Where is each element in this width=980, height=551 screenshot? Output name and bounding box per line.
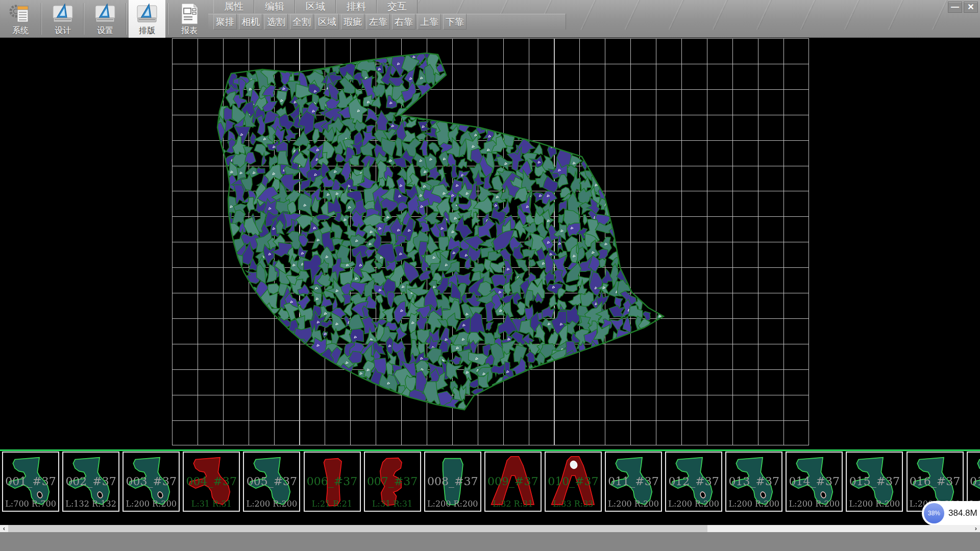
piece-id-label: 012_#37: [666, 475, 721, 488]
piece-lr-count: L:21 R:21: [305, 499, 360, 509]
toolbar-button-4[interactable]: 全割: [290, 14, 313, 30]
minimize-button[interactable]: —: [948, 2, 962, 13]
tab-3[interactable]: 区域: [295, 0, 336, 13]
piece-thumbnail-002_#37[interactable]: 002_#37L:132 R:132: [62, 452, 119, 512]
toolbar-button-5[interactable]: 区域: [315, 14, 339, 30]
toolbar-separator: [41, 3, 42, 35]
piece-id-label: 007_#37: [365, 475, 420, 488]
toolbar-button-7[interactable]: 左靠: [366, 14, 390, 30]
piece-thumbnail-005_#37[interactable]: 005_#37L:200 R:200: [243, 452, 300, 512]
memory-value: 384.8M: [948, 501, 977, 525]
piece-id-label: 005_#37: [244, 475, 299, 488]
close-button[interactable]: ✕: [964, 2, 978, 13]
piece-lr-count: L:200 R:200: [425, 499, 480, 509]
piece-id-label: 017_#37: [968, 475, 980, 488]
toolbar-button-8[interactable]: 右靠: [392, 14, 415, 30]
layout-icon: [135, 2, 159, 26]
toolbar-button-2[interactable]: 相机: [239, 14, 262, 30]
piece-lr-count: L:200 R:200: [606, 499, 661, 509]
toolbar-button-3[interactable]: 选割: [264, 14, 288, 30]
piece-thumbnail-008_#37[interactable]: 008_#37L:200 R:200: [424, 452, 481, 512]
toolbar-separator: [168, 3, 168, 35]
piece-id-label: 016_#37: [908, 475, 963, 488]
piece-lr-count: L:32 R:31: [485, 499, 541, 509]
piece-lr-count: L:31 R:31: [365, 499, 420, 509]
tool-group-design[interactable]: 设计: [46, 1, 80, 38]
piece-id-label: 009_#37: [485, 475, 541, 488]
toolbar-separator: [84, 3, 84, 35]
tool-group-label: 报表: [173, 26, 206, 36]
piece-id-label: 003_#37: [124, 475, 179, 488]
toolbar-separator: [126, 3, 127, 35]
piece-id-label: 010_#37: [546, 475, 601, 488]
memory-usage-badge[interactable]: 38% 384.8M: [922, 501, 980, 525]
settings-icon: [93, 2, 117, 26]
action-buttons: 聚排相机选割全割区域瑕疵左靠右靠上靠下靠: [213, 14, 469, 30]
piece-lr-count: L:700 R:700: [3, 499, 58, 509]
piece-thumbnail-007_#37[interactable]: 007_#37L:31 R:31: [364, 452, 421, 512]
piece-thumbnail-015_#37[interactable]: 015_#37L:200 R:200: [846, 452, 903, 512]
piece-thumbnail-001_#37[interactable]: 001_#37L:700 R:700: [2, 452, 59, 512]
piece-lr-count: L:200 R:200: [124, 499, 179, 509]
piece-thumbnail-003_#37[interactable]: 003_#37L:200 R:200: [122, 452, 180, 512]
toolbar-button-9[interactable]: 上靠: [418, 14, 441, 30]
piece-lr-count: L:200 R:200: [847, 499, 902, 509]
piece-thumbnail-012_#37[interactable]: 012_#37L:200 R:200: [665, 452, 722, 512]
design-icon: [51, 2, 75, 26]
piece-thumbnail-006_#37[interactable]: 006_#37L:21 R:21: [304, 452, 361, 512]
nesting-canvas-area[interactable]: [0, 38, 980, 449]
scroll-right-button[interactable]: ›: [972, 525, 980, 532]
toolbar-button-10[interactable]: 下靠: [443, 14, 467, 30]
piece-id-label: 011_#37: [606, 475, 661, 488]
memory-percent-indicator: 38%: [924, 503, 944, 523]
system-icon: [9, 2, 32, 26]
piece-id-label: 006_#37: [305, 475, 360, 488]
piece-thumbnail-011_#37[interactable]: 011_#37L:200 R:200: [605, 452, 662, 512]
piece-thumbnail-strip: 001_#37L:700 R:700002_#37L:132 R:132003_…: [0, 452, 980, 512]
tool-group-settings[interactable]: 设置: [88, 1, 122, 38]
tool-group-label: 设计: [46, 26, 80, 36]
piece-id-label: 015_#37: [847, 475, 902, 488]
tab-4[interactable]: 排料: [336, 0, 377, 13]
tab-2[interactable]: 编辑: [254, 0, 295, 13]
piece-thumbnail-004_#37[interactable]: 004_#37L:31 R:31: [183, 452, 240, 512]
piece-id-label: 002_#37: [63, 475, 118, 488]
piece-lr-count: L:200 R:200: [666, 499, 721, 509]
piece-lr-count: L:200 R:200: [787, 499, 842, 509]
piece-lr-count: L:132 R:132: [63, 499, 118, 509]
piece-id-label: 001_#37: [3, 475, 58, 488]
piece-lr-count: L:31 R:31: [184, 499, 239, 509]
menu-tabs: 属性编辑区域排料交互: [213, 0, 418, 13]
piece-lr-count: L:200 R:200: [244, 499, 299, 509]
app-window: 系统 设计 设置 排版 报表 属性编辑区域排料交互 聚排相机选割全割区域瑕疵左靠…: [0, 0, 980, 551]
toolbar-button-6[interactable]: 瑕疵: [341, 14, 364, 30]
strip-divider: [0, 449, 980, 451]
tab-5[interactable]: 交互: [377, 0, 418, 13]
scrollbar-thumb[interactable]: [8, 525, 707, 532]
tool-group-system[interactable]: 系统: [4, 1, 37, 38]
piece-thumbnail-010_#37[interactable]: 010_#37L:33 R:33: [545, 452, 602, 512]
tool-group-label: 系统: [4, 26, 37, 36]
tool-group-report[interactable]: 报表: [173, 1, 206, 38]
piece-thumbnail-013_#37[interactable]: 013_#37L:200 R:200: [725, 452, 782, 512]
toolbar-button-1[interactable]: 聚排: [213, 14, 237, 30]
piece-id-label: 013_#37: [726, 475, 781, 488]
scroll-left-button[interactable]: ‹: [0, 525, 8, 532]
tool-group-label: 设置: [88, 26, 122, 36]
piece-id-label: 014_#37: [787, 475, 842, 488]
piece-id-label: 004_#37: [184, 475, 239, 488]
tool-group-label: 排版: [130, 26, 164, 36]
piece-id-label: 008_#37: [425, 475, 480, 488]
main-toolbar: 系统 设计 设置 排版 报表 属性编辑区域排料交互 聚排相机选割全割区域瑕疵左靠…: [0, 0, 980, 38]
leather-hide-layout[interactable]: [0, 38, 980, 449]
piece-thumbnail-014_#37[interactable]: 014_#37L:200 R:200: [786, 452, 843, 512]
piece-lr-count: L:33 R:33: [546, 499, 601, 509]
tool-group-layout[interactable]: 排版: [130, 1, 164, 38]
piece-lr-count: L:200 R:200: [726, 499, 781, 509]
tab-1[interactable]: 属性: [213, 0, 254, 13]
bottom-status-strip: [0, 532, 980, 551]
piece-thumbnail-009_#37[interactable]: 009_#37L:32 R:31: [484, 452, 542, 512]
report-icon: [178, 2, 201, 26]
horizontal-scrollbar[interactable]: ‹ ›: [0, 525, 980, 532]
